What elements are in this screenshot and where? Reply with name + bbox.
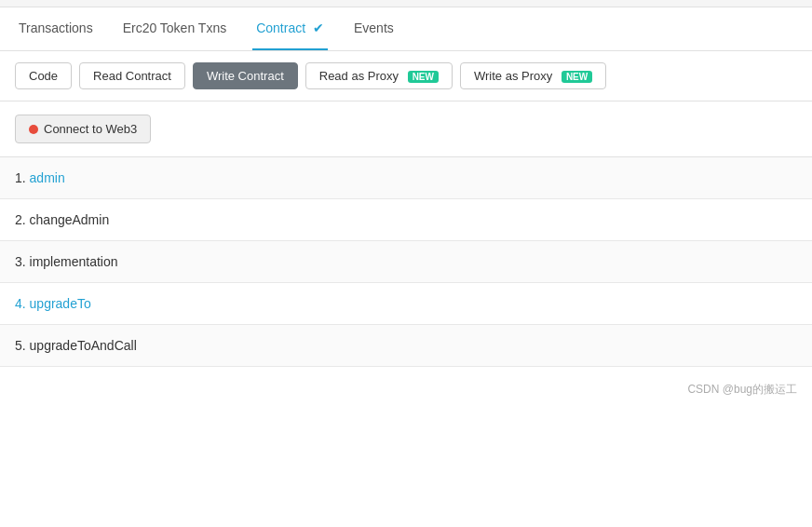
list-item: 1. admin <box>0 157 812 199</box>
sub-tabs: Code Read Contract Write Contract Read a… <box>0 51 812 101</box>
list-section: 1. admin 2. changeAdmin 3. implementatio… <box>0 157 812 367</box>
item-link-1[interactable]: admin <box>30 170 65 185</box>
read-proxy-label: Read as Proxy <box>319 69 399 83</box>
list-item: 3. implementation <box>0 241 812 283</box>
nav-tabs: Transactions Erc20 Token Txns Contract ✔… <box>0 7 812 51</box>
tab-events[interactable]: Events <box>350 7 398 50</box>
top-border <box>0 0 812 7</box>
footer-watermark: CSDN @bug的搬运工 <box>0 367 812 412</box>
list-item: 2. changeAdmin <box>0 199 812 241</box>
list-item: 4. upgradeTo <box>0 283 812 325</box>
red-dot-icon <box>29 125 38 134</box>
item-label-5: 5. upgradeToAndCall <box>15 338 137 353</box>
read-proxy-badge: NEW <box>408 71 439 83</box>
item-label-2: 2. changeAdmin <box>15 212 109 227</box>
item-number-1: 1. <box>15 170 30 185</box>
connect-web3-label: Connect to Web3 <box>44 122 137 136</box>
check-icon: ✔ <box>313 20 324 35</box>
sub-tab-code[interactable]: Code <box>15 62 72 89</box>
connect-section: Connect to Web3 <box>0 101 812 157</box>
sub-tab-write-contract[interactable]: Write Contract <box>193 62 298 89</box>
tab-contract[interactable]: Contract ✔ <box>252 7 328 50</box>
tab-transactions[interactable]: Transactions <box>15 7 97 50</box>
item-label-3: 3. implementation <box>15 254 118 269</box>
tab-contract-label: Contract <box>256 20 305 35</box>
sub-tab-read-contract[interactable]: Read Contract <box>79 62 185 89</box>
sub-tab-read-proxy[interactable]: Read as Proxy NEW <box>305 62 453 89</box>
write-proxy-badge: NEW <box>562 71 592 83</box>
list-item: 5. upgradeToAndCall <box>0 325 812 367</box>
connect-web3-button[interactable]: Connect to Web3 <box>15 115 151 143</box>
item-link-4[interactable]: 4. upgradeTo <box>15 296 91 311</box>
tab-erc20[interactable]: Erc20 Token Txns <box>119 7 231 50</box>
sub-tab-write-proxy[interactable]: Write as Proxy NEW <box>460 62 606 89</box>
write-proxy-label: Write as Proxy <box>474 69 552 83</box>
